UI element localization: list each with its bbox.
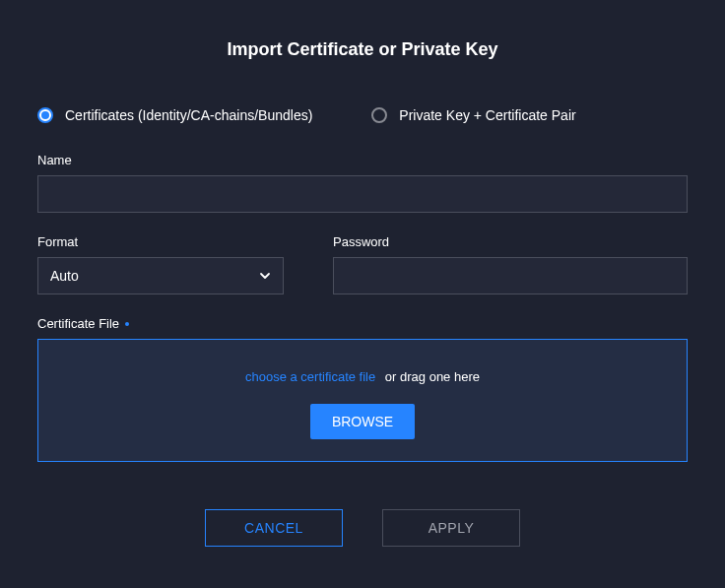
radio-private-key[interactable]: Private Key + Certificate Pair: [371, 107, 575, 123]
radio-selected-icon: [37, 107, 53, 123]
name-input[interactable]: [37, 175, 688, 213]
radio-certificates-label: Certificates (Identity/CA-chains/Bundles…: [65, 107, 312, 123]
dropzone-or-text: or drag one here: [385, 369, 480, 384]
apply-button[interactable]: APPLY: [382, 509, 520, 547]
password-input[interactable]: [333, 257, 688, 294]
certificate-file-dropzone[interactable]: choose a certificate file or drag one he…: [37, 339, 688, 462]
format-select[interactable]: Auto: [37, 257, 284, 294]
format-label: Format: [37, 234, 284, 249]
dropzone-text: choose a certificate file or drag one he…: [58, 369, 667, 384]
format-selected-value: Auto: [50, 268, 79, 284]
browse-button[interactable]: BROWSE: [310, 404, 415, 439]
password-label: Password: [333, 234, 688, 249]
chevron-down-icon: [259, 270, 271, 282]
cancel-button[interactable]: CANCEL: [205, 509, 343, 547]
certificate-file-label: Certificate File: [37, 316, 688, 331]
import-type-radio-group: Certificates (Identity/CA-chains/Bundles…: [37, 107, 688, 123]
dialog-actions: CANCEL APPLY: [37, 509, 688, 547]
radio-certificates[interactable]: Certificates (Identity/CA-chains/Bundles…: [37, 107, 312, 123]
radio-private-key-label: Private Key + Certificate Pair: [399, 107, 575, 123]
dialog-title: Import Certificate or Private Key: [37, 39, 688, 60]
required-indicator-icon: [125, 322, 129, 326]
radio-unselected-icon: [371, 107, 387, 123]
choose-file-link[interactable]: choose a certificate file: [245, 369, 375, 384]
name-label: Name: [37, 153, 688, 167]
